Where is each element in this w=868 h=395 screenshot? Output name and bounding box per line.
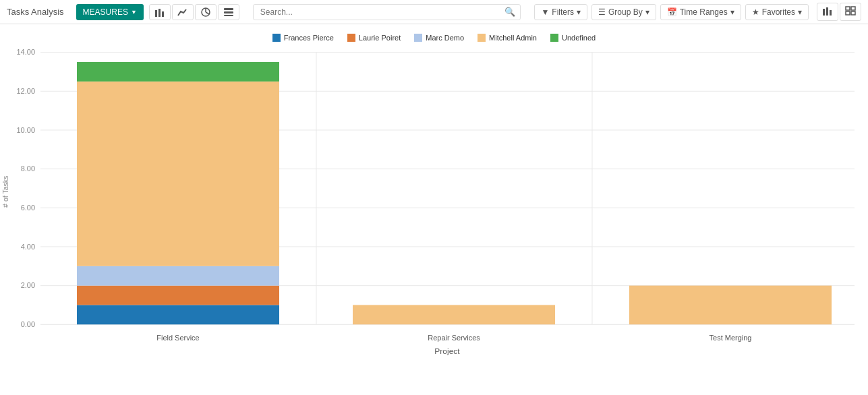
stack-icon-btn[interactable] (218, 4, 239, 20)
bar-seg-undefined-field[interactable] (77, 62, 279, 82)
bar-seg-mitchell-test[interactable] (629, 286, 832, 325)
legend-item-mitchell-admin: Mitchell Admin (478, 34, 537, 42)
filters-button[interactable]: ▼ Filters ▾ (534, 4, 587, 20)
top-bar-left: Tasks Analysis MEASURES ▼ (7, 4, 239, 20)
chart-view-icon (822, 6, 833, 16)
stack-icon (223, 7, 234, 17)
legend-color-mitchell-admin (478, 34, 486, 42)
legend-color-undefined (550, 34, 558, 42)
bar-seg-laurie-field[interactable] (77, 286, 279, 305)
bar-chart-icon (154, 7, 165, 17)
legend-color-marc-demo (414, 34, 422, 42)
svg-rect-11 (830, 10, 832, 16)
favorites-arrow: ▾ (798, 7, 802, 17)
svg-text:12.00: 12.00 (17, 87, 35, 95)
svg-rect-8 (224, 15, 233, 16)
chart-type-icons (149, 4, 239, 20)
bar-chart-icon-btn[interactable] (149, 4, 171, 20)
svg-rect-14 (846, 11, 850, 15)
group-by-label: Group By (608, 7, 643, 17)
svg-text:10.00: 10.00 (17, 126, 35, 134)
legend-color-frances-pierce (272, 34, 281, 42)
legend-item-undefined: Undefined (550, 34, 596, 42)
chart-container: Frances Pierce Laurie Poiret Marc Demo M… (0, 24, 868, 389)
chart-legend: Frances Pierce Laurie Poiret Marc Demo M… (0, 31, 868, 46)
svg-rect-12 (846, 7, 850, 10)
measures-arrow: ▼ (131, 9, 137, 16)
chart-view-button[interactable] (817, 3, 838, 21)
time-ranges-arrow: ▾ (730, 7, 734, 17)
legend-label-mitchell-admin: Mitchell Admin (489, 34, 537, 42)
view-icons (817, 3, 861, 21)
filter-icon: ▼ (541, 7, 549, 17)
legend-item-frances-pierce: Frances Pierce (272, 34, 334, 42)
favorites-button[interactable]: ★ Favorites ▾ (745, 4, 809, 20)
svg-rect-15 (851, 11, 855, 15)
svg-rect-7 (224, 11, 233, 13)
page-title: Tasks Analysis (7, 7, 64, 17)
svg-text:6.00: 6.00 (21, 204, 35, 212)
svg-rect-0 (155, 10, 157, 17)
legend-item-laurie-poiret: Laurie Poiret (347, 34, 401, 42)
bar-seg-frances-field[interactable] (77, 305, 279, 324)
measures-button[interactable]: MEASURES ▼ (76, 4, 144, 20)
favorites-label: Favorites (762, 7, 795, 17)
line-chart-icon-btn[interactable] (172, 4, 194, 20)
legend-item-marc-demo: Marc Demo (414, 34, 464, 42)
filters-arrow: ▾ (577, 7, 581, 17)
svg-text:2.00: 2.00 (21, 282, 35, 290)
top-bar-right: ▼ Filters ▾ ☰ Group By ▾ 📅 Time Ranges ▾… (534, 3, 861, 21)
group-by-button[interactable]: ☰ Group By ▾ (591, 4, 656, 20)
legend-label-undefined: Undefined (562, 34, 596, 42)
group-by-icon: ☰ (598, 7, 606, 17)
bar-seg-mitchell-repair[interactable] (353, 305, 555, 324)
legend-label-frances-pierce: Frances Pierce (284, 34, 334, 42)
filters-label: Filters (552, 7, 574, 17)
calendar-icon: 📅 (667, 7, 677, 17)
svg-text:8.00: 8.00 (21, 165, 35, 173)
svg-rect-13 (851, 7, 855, 10)
search-bar: 🔍 (253, 4, 521, 20)
star-icon: ★ (752, 7, 759, 17)
search-input[interactable] (253, 4, 521, 20)
bar-seg-marc-field[interactable] (77, 266, 279, 286)
legend-label-laurie-poiret: Laurie Poiret (359, 34, 401, 42)
svg-text:4.00: 4.00 (21, 243, 35, 251)
svg-rect-1 (158, 9, 161, 17)
svg-line-5 (206, 12, 209, 14)
time-ranges-button[interactable]: 📅 Time Ranges ▾ (660, 4, 741, 20)
time-ranges-label: Time Ranges (680, 7, 728, 17)
svg-text:0.00: 0.00 (21, 320, 35, 328)
grid-view-button[interactable] (840, 3, 861, 21)
legend-label-marc-demo: Marc Demo (426, 34, 464, 42)
svg-text:Repair Services: Repair Services (428, 334, 480, 342)
top-bar: Tasks Analysis MEASURES ▼ (0, 0, 868, 24)
svg-text:Project: Project (434, 346, 460, 355)
svg-text:# of Tasks: # of Tasks (1, 176, 9, 208)
legend-color-laurie-poiret (347, 34, 355, 42)
bar-seg-mitchell-field[interactable] (77, 82, 279, 266)
svg-rect-9 (823, 9, 825, 16)
svg-rect-2 (162, 11, 164, 17)
bar-chart: 14.00 12.00 10.00 8.00 6.00 4.00 2.00 0.… (0, 46, 868, 363)
line-chart-icon (177, 7, 188, 17)
pie-chart-icon (200, 7, 211, 17)
svg-rect-10 (826, 7, 828, 16)
svg-text:Field Service: Field Service (156, 334, 199, 342)
measures-label: MEASURES (83, 7, 128, 17)
svg-rect-6 (224, 8, 233, 10)
svg-text:14.00: 14.00 (17, 49, 35, 57)
chart-svg-wrap: 14.00 12.00 10.00 8.00 6.00 4.00 2.00 0.… (0, 46, 868, 363)
svg-text:Test Merging: Test Merging (710, 334, 752, 342)
pie-chart-icon-btn[interactable] (195, 4, 216, 20)
grid-view-icon (845, 6, 856, 16)
group-by-arrow: ▾ (645, 7, 649, 17)
search-icon: 🔍 (504, 7, 515, 17)
